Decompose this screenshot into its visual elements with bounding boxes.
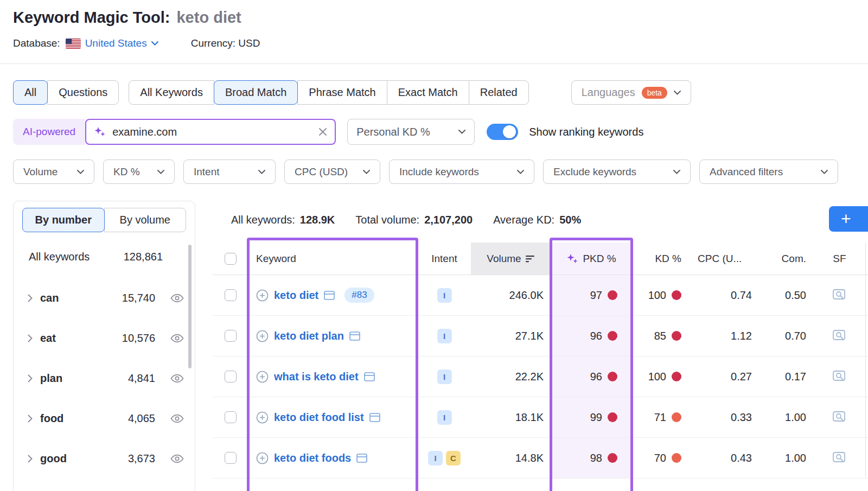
eye-icon[interactable]	[170, 334, 184, 343]
filter-advanced[interactable]: Advanced filters	[699, 160, 838, 184]
chevron-down-icon	[258, 170, 265, 174]
com-cell: 0.70	[760, 316, 814, 356]
kd-difficulty-dot	[672, 331, 681, 341]
row-checkbox[interactable]	[225, 411, 237, 423]
table-row: keto diet #83 I 246.0K 97 100 0.74 0.50	[213, 275, 868, 316]
show-ranking-toggle[interactable]	[487, 124, 518, 140]
intent-badge-informational[interactable]: I	[437, 369, 452, 384]
tab-exact-match[interactable]: Exact Match	[387, 80, 469, 105]
group-row-can[interactable]: can 15,740	[22, 278, 186, 318]
add-keyword-icon[interactable]	[256, 371, 269, 383]
group-label: eat	[40, 332, 56, 345]
tab-related[interactable]: Related	[469, 80, 529, 105]
add-keyword-icon[interactable]	[256, 411, 269, 424]
tab-all[interactable]: All	[13, 80, 48, 105]
row-checkbox[interactable]	[225, 330, 237, 342]
keyword-link[interactable]: keto diet foods	[274, 452, 351, 464]
cpc-cell: 0.43	[689, 438, 760, 478]
eye-icon[interactable]	[170, 374, 184, 383]
header-volume[interactable]: Volume	[471, 243, 551, 275]
serp-features-icon[interactable]	[833, 330, 847, 342]
header-keyword[interactable]: Keyword	[248, 243, 418, 275]
group-row-plan[interactable]: plan 4,841	[22, 358, 186, 398]
add-keyword-icon[interactable]	[256, 289, 269, 302]
serp-features-icon[interactable]	[833, 371, 847, 382]
header-kd[interactable]: KD %	[631, 243, 689, 275]
kd-difficulty-dot	[672, 290, 681, 300]
serp-features-icon[interactable]	[833, 289, 847, 301]
row-checkbox-cell	[213, 275, 248, 315]
filter-cpc[interactable]: CPC (USD)	[284, 160, 380, 184]
row-checkbox[interactable]	[225, 452, 237, 464]
keyword-link[interactable]: what is keto diet	[274, 371, 359, 383]
tab-all-keywords[interactable]: All Keywords	[129, 80, 214, 105]
filter-include-keywords[interactable]: Include keywords	[389, 160, 534, 184]
intent-badge-informational[interactable]: I	[437, 329, 452, 343]
header-sf[interactable]: SF	[814, 243, 866, 275]
header-cpc[interactable]: CPC (U...	[689, 243, 760, 275]
volume-value: 14.8K	[515, 452, 544, 464]
scope-tab-group: All Questions	[13, 80, 119, 105]
keyword-groups-sidebar: By number By volume All keywords 128,861…	[13, 201, 195, 491]
tab-phrase-match[interactable]: Phrase Match	[297, 80, 387, 105]
volume-cell: 246.0K	[471, 275, 551, 315]
tab-broad-match[interactable]: Broad Match	[214, 80, 298, 105]
pkd-difficulty-dot	[608, 290, 617, 300]
pkd-cell: 97	[551, 275, 631, 315]
chevron-right-icon	[28, 455, 33, 463]
row-checkbox[interactable]	[225, 371, 237, 382]
filter-exclude-keywords[interactable]: Exclude keywords	[543, 160, 691, 184]
keyword-link[interactable]: keto diet food list	[274, 411, 364, 424]
add-to-list-button[interactable]: +	[829, 206, 868, 232]
all-keywords-count: 128,861	[124, 251, 163, 263]
keyword-link[interactable]: keto diet plan	[274, 330, 344, 342]
group-row-eat[interactable]: eat 10,576	[22, 318, 186, 358]
database-selector[interactable]: United States	[85, 37, 158, 49]
com-value: 0.50	[785, 289, 806, 302]
row-checkbox-cell	[213, 397, 248, 437]
sidebar-scrollbar[interactable]	[188, 245, 192, 368]
com-cell: 1.00	[760, 397, 814, 437]
keyword-cell: what is keto diet	[248, 356, 418, 397]
eye-icon[interactable]	[170, 454, 184, 463]
group-row-food[interactable]: food 4,065	[22, 398, 186, 438]
kd-cell: 100	[631, 356, 689, 397]
clear-input-icon[interactable]	[318, 127, 327, 136]
header-com[interactable]: Com.	[760, 243, 814, 275]
intent-badge-informational[interactable]: I	[428, 451, 443, 466]
volume-cell: 18.1K	[471, 397, 551, 437]
tab-questions[interactable]: Questions	[47, 80, 119, 105]
languages-dropdown[interactable]: Languages beta	[571, 80, 691, 105]
intent-badge-commercial[interactable]: C	[446, 451, 461, 466]
sidebar-all-keywords[interactable]: All keywords 128,861	[22, 244, 186, 269]
serp-preview-icon[interactable]	[364, 372, 375, 381]
by-number-button[interactable]: By number	[22, 208, 105, 232]
eye-icon[interactable]	[170, 294, 184, 303]
personal-kd-dropdown[interactable]: Personal KD %	[347, 119, 475, 145]
add-keyword-icon[interactable]	[256, 452, 269, 464]
serp-features-icon[interactable]	[833, 452, 847, 464]
group-row-good[interactable]: good 3,673	[22, 438, 186, 479]
keyword-link[interactable]: keto diet	[274, 289, 318, 302]
intent-badge-informational[interactable]: I	[437, 410, 452, 425]
serp-features-icon[interactable]	[833, 411, 847, 423]
filter-kd[interactable]: KD %	[103, 160, 175, 184]
add-keyword-icon[interactable]	[256, 330, 269, 342]
by-volume-button[interactable]: By volume	[104, 208, 187, 232]
kd-value: 100	[648, 289, 666, 302]
intent-badge-informational[interactable]: I	[437, 288, 452, 303]
header-pkd[interactable]: PKD %	[551, 243, 631, 275]
header-intent[interactable]: Intent	[418, 243, 471, 275]
ranking-badge[interactable]: #83	[344, 288, 374, 303]
serp-preview-icon[interactable]	[356, 454, 367, 463]
select-all-checkbox[interactable]	[225, 253, 237, 265]
eye-icon[interactable]	[170, 414, 184, 423]
serp-preview-icon[interactable]	[324, 291, 335, 300]
filter-intent[interactable]: Intent	[183, 160, 276, 184]
filter-volume[interactable]: Volume	[13, 160, 94, 184]
serp-preview-icon[interactable]	[349, 331, 360, 341]
search-row: AI-powered Personal KD % Show	[13, 119, 855, 145]
row-checkbox[interactable]	[225, 289, 237, 301]
serp-preview-icon[interactable]	[369, 413, 380, 422]
domain-input[interactable]	[112, 126, 312, 138]
